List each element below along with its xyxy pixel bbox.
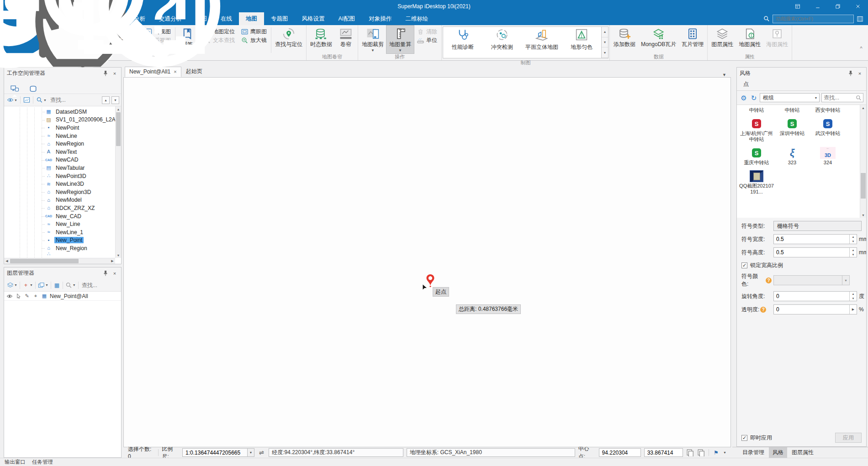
scale-combobox[interactable] [182, 448, 248, 457]
spin-down-icon[interactable]: ▼ [850, 296, 857, 301]
scale-dropdown-icon[interactable]: ▼ [248, 448, 254, 457]
bottom-dock-tab-任务管理[interactable]: 任务管理 [32, 459, 53, 466]
opacity-input[interactable] [774, 305, 849, 314]
spin-down-icon[interactable]: ▼ [850, 239, 857, 244]
map-canvas[interactable]: 起点 总距离: 0.48763766毫米 [123, 78, 731, 447]
bottom-dock-tab-输出窗口[interactable]: 输出窗口 [5, 459, 26, 466]
menu-tab-AI配图[interactable]: AI配图 [332, 12, 362, 25]
center-y-input[interactable] [647, 450, 680, 456]
rotation-input[interactable] [774, 292, 849, 301]
layer-toolbar-search-gray-button[interactable]: ▼ [64, 281, 77, 290]
display-filter-icon[interactable]: ▼ [6, 95, 18, 105]
tab-point[interactable]: 点 [742, 80, 750, 90]
gallery-scrollbar[interactable]: ▲ ▼ [860, 105, 866, 218]
menu-tab-风格设置[interactable]: 风格设置 [295, 12, 332, 25]
ribbon-button-瓦片管理[interactable]: 瓦片管理 [679, 26, 706, 53]
symbol-width-stepper[interactable]: ▲▼ [773, 234, 857, 244]
tree-item-DatasetDSM[interactable]: ▦DatasetDSM [4, 108, 115, 116]
center-x-field[interactable] [599, 448, 641, 457]
tree-item-partial[interactable]: ∴ [4, 252, 115, 256]
symbol-height-input[interactable] [774, 248, 849, 257]
ribbon-button-查找与定位[interactable]: 查找与定位 [272, 26, 305, 55]
close-icon[interactable]: × [856, 70, 863, 77]
ribbon-button-时态数据[interactable]: 时态数据 [307, 26, 335, 53]
scroll-right-icon[interactable]: ▶ [110, 258, 115, 264]
tree-item-New_Line[interactable]: ≈New_Line [4, 220, 115, 228]
menu-tab-地图[interactable]: 地图 [239, 12, 264, 25]
layer-toolbar-group-grid-button[interactable]: ▦ [53, 281, 61, 290]
preview-icon[interactable] [22, 95, 31, 105]
layer-item-New_Point@All[interactable]: ✎+▦New_Point@All [4, 292, 121, 301]
spin-down-icon[interactable]: ▼ [850, 252, 857, 257]
scroll-up-icon[interactable]: ▲ [860, 105, 866, 110]
win-close-button[interactable] [848, 0, 868, 12]
symbol-item-西安中转站[interactable]: 西安中转站 [810, 105, 846, 113]
copy-icon[interactable] [686, 449, 694, 457]
win-max-button[interactable] [828, 0, 848, 12]
workspace-tree-view-button[interactable] [10, 84, 20, 94]
ribbon-button-鹰眼图[interactable]: 鹰眼图 [239, 27, 269, 36]
ribbon-button-地图裁剪[interactable]: 地图裁剪▼ [359, 26, 386, 53]
datasource-view-button[interactable] [28, 84, 38, 94]
pin-icon[interactable] [102, 270, 109, 277]
symbol-width-input[interactable] [774, 235, 849, 244]
tree-item-NewModel[interactable]: ⌂NewModel [4, 196, 115, 204]
ribbon-button-单位[interactable]: 单位 [415, 36, 439, 44]
help-button[interactable]: ? [155, 2, 164, 10]
spin-up-icon[interactable]: ▲ [850, 248, 857, 252]
symbol-search-box[interactable] [821, 93, 863, 102]
opacity-dropdown[interactable]: ▶ [773, 304, 857, 314]
flag-dropdown-icon[interactable]: ▼ [723, 451, 726, 454]
flag-icon[interactable]: ⚑ [712, 449, 720, 457]
ribbon-button-性能诊断[interactable]: 性能诊断 [443, 27, 482, 58]
spin-up-icon[interactable]: ▲ [850, 292, 857, 296]
tree-item-NewLine_1[interactable]: ≈NewLine_1 [4, 228, 115, 236]
center-x-input[interactable] [602, 450, 638, 456]
doc-tabs-dropdown-icon[interactable]: ▼ [722, 73, 726, 77]
scale-input[interactable] [185, 450, 244, 456]
symbol-item-中转站[interactable]: 中转站 [739, 105, 774, 113]
symbol-item-武汉中转站[interactable]: S武汉中转站 [810, 113, 846, 142]
tree-item-NewRegion3D[interactable]: ⌂NewRegion3D [4, 188, 115, 196]
ribbon-button-MongoDB瓦片[interactable]: MongoDB瓦片 [638, 26, 679, 53]
right-dock-tab-目录管理[interactable]: 目录管理 [739, 447, 768, 458]
search-prev-button[interactable]: ▲ [102, 96, 110, 104]
spin-up-icon[interactable]: ▲ [850, 235, 857, 239]
tree-item-New_CAD[interactable]: CADNew_CAD [4, 212, 115, 220]
tree-item-SV1_01_20200906_L2A00[interactable]: ▨SV1_01_20200906_L2A00 [4, 116, 115, 124]
right-dock-tab-风格[interactable]: 风格 [769, 447, 787, 458]
tree-vertical-scrollbar[interactable]: ▲ ▼ [115, 106, 121, 258]
refresh-icon[interactable]: ↻ [750, 94, 758, 102]
tree-item-NewRegion[interactable]: ⌂NewRegion [4, 140, 115, 148]
menu-tab-专题图[interactable]: 专题图 [264, 12, 295, 25]
layer-toolbar-layers-copy-button[interactable]: ▼ [37, 281, 49, 290]
symbol-item-QQ截图202107191...[interactable]: QQ截图202107191... [739, 166, 774, 195]
ribbon-button-平面立体地图[interactable]: 平面立体地图 [522, 27, 562, 58]
symbol-item-深圳中转站[interactable]: S深圳中转站 [774, 113, 810, 142]
close-icon[interactable]: × [111, 270, 118, 277]
gallery-scroll-down-button[interactable]: ▼ [602, 37, 608, 48]
layer-toolbar-add-plus-button[interactable]: +▼ [21, 281, 34, 290]
pin-icon[interactable] [847, 70, 854, 77]
tree-item-NewLine3D[interactable]: ≋NewLine3D [4, 180, 115, 188]
symbol-search-input[interactable] [822, 94, 856, 101]
paste-icon[interactable] [697, 449, 705, 457]
function-search-input[interactable] [773, 16, 853, 21]
scroll-down-icon[interactable]: ▼ [116, 252, 121, 258]
tree-item-NewCAD[interactable]: CADNewCAD [4, 156, 115, 164]
search-mode-icon[interactable]: ▼ [35, 95, 48, 105]
layer-search-input[interactable] [80, 282, 119, 288]
layer-toolbar-layers-stack-button[interactable]: ▼ [6, 281, 18, 290]
menu-tab-二维标绘[interactable]: 二维标绘 [398, 12, 435, 25]
instant-apply-checkbox[interactable]: ✓ [741, 435, 747, 441]
rotation-stepper[interactable]: ▲▼ [773, 291, 857, 301]
tree-item-NewPoint[interactable]: •NewPoint [4, 124, 115, 132]
ribbon-button-地图量算[interactable]: 地图量算▼ [386, 26, 414, 53]
tree-item-NewPoint3D[interactable]: ∴NewPoint3D [4, 172, 115, 180]
workspace-search-input[interactable] [48, 97, 100, 103]
chevron-right-icon[interactable]: ▶ [850, 305, 857, 314]
gallery-expand-button[interactable]: ▼ [602, 47, 608, 58]
scroll-up-icon[interactable]: ▲ [116, 106, 121, 112]
win-layout-button[interactable] [788, 0, 808, 12]
symbol-item-中转站[interactable]: 中转站 [774, 105, 810, 113]
